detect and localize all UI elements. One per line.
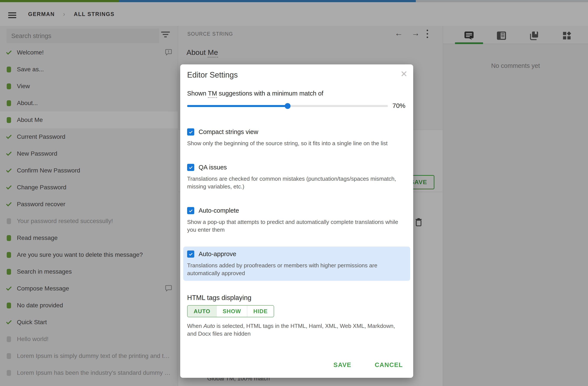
save-button[interactable]: SAVE <box>332 359 353 371</box>
html-tags-heading: HTML tags displaying <box>187 294 251 302</box>
html-tags-description: When Auto is selected, HTML tags in the … <box>187 322 403 338</box>
checkbox-qa-issues[interactable]: QA issues <box>187 164 227 171</box>
close-icon[interactable]: ✕ <box>400 70 408 78</box>
html-tags-segmented-control: AUTO SHOW HIDE <box>187 305 274 317</box>
slider-value: 70% <box>392 102 405 109</box>
checkbox-icon[interactable] <box>187 251 194 258</box>
tm-threshold-slider[interactable] <box>187 102 388 110</box>
checkbox-compact-strings[interactable]: Compact strings view <box>187 128 258 135</box>
checkbox-icon[interactable] <box>187 128 194 135</box>
checkbox-icon[interactable] <box>187 207 194 214</box>
checkbox-auto-complete[interactable]: Auto-complete <box>187 207 239 214</box>
checkbox-description: Translations added by proofreaders or me… <box>187 262 388 277</box>
segment-show[interactable]: SHOW <box>216 306 247 317</box>
modal-actions: SAVE CANCEL <box>332 359 404 371</box>
crowdin-editor-screen: GERMAN › ALL STRINGS <box>0 0 588 386</box>
segment-auto[interactable]: AUTO <box>188 306 216 317</box>
slider-thumb[interactable] <box>285 103 291 109</box>
checkbox-description: Show a pop-up that attempts to predict a… <box>187 218 406 234</box>
editor-settings-modal: Editor Settings ✕ Shown TM suggestions w… <box>180 64 413 378</box>
checkbox-description: Translations are checked for common mist… <box>187 175 403 191</box>
modal-title: Editor Settings <box>187 70 238 79</box>
checkbox-auto-approve[interactable]: Auto-approve <box>187 251 236 258</box>
checkbox-icon[interactable] <box>187 164 194 171</box>
cancel-button[interactable]: CANCEL <box>373 359 404 371</box>
checkbox-description: Show only the beginning of the source st… <box>187 140 406 147</box>
tm-threshold-label: Shown TM suggestions with a minimum matc… <box>187 90 323 97</box>
slider-fill <box>187 105 288 107</box>
tm-term[interactable]: TM <box>208 90 217 98</box>
segment-hide[interactable]: HIDE <box>247 306 274 317</box>
